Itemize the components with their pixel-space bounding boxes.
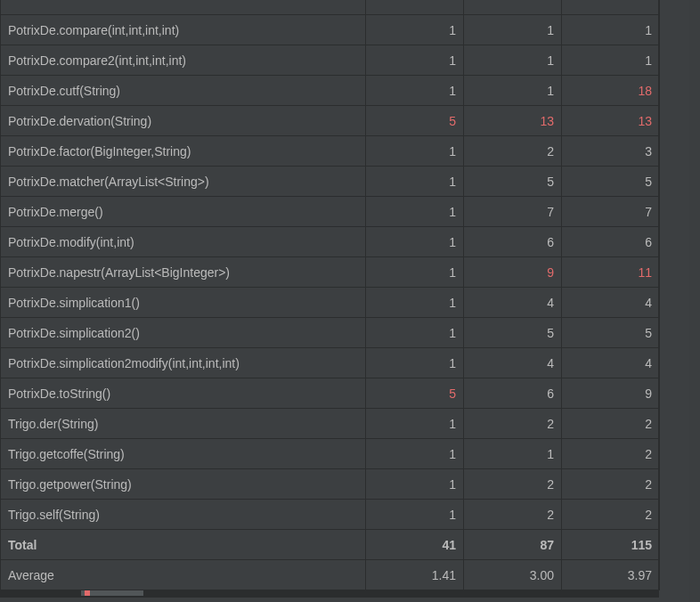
metric-cell: 2: [464, 500, 562, 530]
metric-cell: 2: [464, 409, 562, 439]
table-row[interactable]: PotrixDe.merge()177: [1, 197, 660, 227]
method-name-cell: PotrixDe.factor(BigInteger,String): [1, 136, 366, 167]
metric-cell: 5: [562, 318, 660, 348]
metric-cell: 1: [562, 45, 660, 76]
metric-cell: 1: [366, 318, 464, 348]
method-name-cell: Trigo.getcoffe(String): [1, 439, 366, 469]
method-name-cell: PotrixDe.simplication2(): [1, 318, 366, 348]
total-label: Total: [1, 530, 366, 560]
table-row[interactable]: PotrixDe.matcher(ArrayList<String>)155: [1, 167, 660, 197]
metric-cell: 6: [464, 227, 562, 257]
table-row[interactable]: PotrixDe.compare(int,int,int,int)111: [1, 15, 660, 45]
average-cell: 1.41: [366, 560, 464, 590]
total-cell: 87: [464, 530, 562, 560]
metric-cell: 2: [464, 469, 562, 500]
metric-cell: 5: [464, 167, 562, 197]
metric-cell: 3: [562, 136, 660, 167]
table-row[interactable]: PotrixDe.simplication2()155: [1, 318, 660, 348]
metric-cell: 9: [562, 378, 660, 409]
metric-cell: 5: [366, 378, 464, 409]
metric-cell: 2: [562, 469, 660, 500]
bottom-strip: [0, 590, 659, 598]
metric-cell: 6: [562, 227, 660, 257]
metric-cell: 1: [464, 439, 562, 469]
average-row[interactable]: Average1.413.003.97: [1, 560, 660, 590]
method-name-cell: PotrixDe.toString(): [1, 378, 366, 409]
metric-cell: 1: [366, 288, 464, 318]
method-name-cell: PotrixDe.simplication1(): [1, 288, 366, 318]
metric-cell: 4: [464, 288, 562, 318]
metric-cell: 5: [366, 106, 464, 136]
method-name-cell: PotrixDe.compare2(int,int,int,int): [1, 45, 366, 76]
table-row[interactable]: PotrixDe.modify(int,int)166: [1, 227, 660, 257]
method-name-cell: PotrixDe.napestr(ArrayList<BigInteger>): [1, 257, 366, 288]
total-cell: 41: [366, 530, 464, 560]
metric-cell: 1: [366, 76, 464, 106]
header-fragment-row: [1, 0, 660, 15]
metric-cell: 2: [562, 409, 660, 439]
metric-cell: 2: [562, 500, 660, 530]
metric-cell: 4: [464, 348, 562, 378]
metric-cell: 1: [366, 257, 464, 288]
method-name-cell: Trigo.self(String): [1, 500, 366, 530]
metric-cell: 1: [366, 409, 464, 439]
metric-cell: 18: [562, 76, 660, 106]
method-name-cell: Trigo.der(String): [1, 409, 366, 439]
metric-cell: 1: [366, 167, 464, 197]
table-row[interactable]: Trigo.self(String)122: [1, 500, 660, 530]
metric-cell: 9: [464, 257, 562, 288]
table-row[interactable]: PotrixDe.compare2(int,int,int,int)111: [1, 45, 660, 76]
total-row[interactable]: Total4187115: [1, 530, 660, 560]
metric-cell: 7: [562, 197, 660, 227]
method-name-cell: PotrixDe.simplication2modify(int,int,int…: [1, 348, 366, 378]
method-name-cell: PotrixDe.dervation(String): [1, 106, 366, 136]
metric-cell: 4: [562, 288, 660, 318]
tab-indicator-icon: [85, 590, 90, 596]
method-name-cell: PotrixDe.cutf(String): [1, 76, 366, 106]
table-row[interactable]: PotrixDe.factor(BigInteger,String)123: [1, 136, 660, 167]
metric-cell: 5: [562, 167, 660, 197]
table-row[interactable]: PotrixDe.napestr(ArrayList<BigInteger>)1…: [1, 257, 660, 288]
metric-cell: 5: [464, 318, 562, 348]
table-row[interactable]: Trigo.getpower(String)122: [1, 469, 660, 500]
metric-cell: 1: [366, 136, 464, 167]
tab-fragment[interactable]: [80, 590, 144, 596]
table-row[interactable]: PotrixDe.dervation(String)51313: [1, 106, 660, 136]
metric-cell: 11: [562, 257, 660, 288]
metric-cell: 1: [464, 15, 562, 45]
metric-cell: 1: [464, 45, 562, 76]
table-row[interactable]: PotrixDe.cutf(String)1118: [1, 76, 660, 106]
metric-cell: 1: [562, 15, 660, 45]
table-row[interactable]: Trigo.der(String)122: [1, 409, 660, 439]
metric-cell: 4: [562, 348, 660, 378]
metric-cell: 1: [366, 469, 464, 500]
method-name-cell: PotrixDe.compare(int,int,int,int): [1, 15, 366, 45]
metric-cell: 1: [366, 45, 464, 76]
table-row[interactable]: Trigo.getcoffe(String)112: [1, 439, 660, 469]
metric-cell: 13: [562, 106, 660, 136]
metric-cell: 2: [562, 439, 660, 469]
metric-cell: 1: [366, 500, 464, 530]
metric-cell: 7: [464, 197, 562, 227]
metric-cell: 1: [464, 76, 562, 106]
method-name-cell: PotrixDe.merge(): [1, 197, 366, 227]
average-cell: 3.00: [464, 560, 562, 590]
metric-cell: 1: [366, 348, 464, 378]
metric-cell: 2: [464, 136, 562, 167]
metrics-panel: PotrixDe.compare(int,int,int,int)111Potr…: [0, 0, 659, 598]
table-row[interactable]: PotrixDe.toString()569: [1, 378, 660, 409]
method-name-cell: PotrixDe.modify(int,int): [1, 227, 366, 257]
method-name-cell: Trigo.getpower(String): [1, 469, 366, 500]
metrics-table: PotrixDe.compare(int,int,int,int)111Potr…: [0, 0, 660, 590]
metric-cell: 1: [366, 227, 464, 257]
metric-cell: 13: [464, 106, 562, 136]
vertical-scrollbar[interactable]: [689, 0, 700, 602]
method-name-cell: PotrixDe.matcher(ArrayList<String>): [1, 167, 366, 197]
total-cell: 115: [562, 530, 660, 560]
average-cell: 3.97: [562, 560, 660, 590]
table-row[interactable]: PotrixDe.simplication1()144: [1, 288, 660, 318]
table-row[interactable]: PotrixDe.simplication2modify(int,int,int…: [1, 348, 660, 378]
average-label: Average: [1, 560, 366, 590]
metric-cell: 1: [366, 15, 464, 45]
metric-cell: 1: [366, 197, 464, 227]
